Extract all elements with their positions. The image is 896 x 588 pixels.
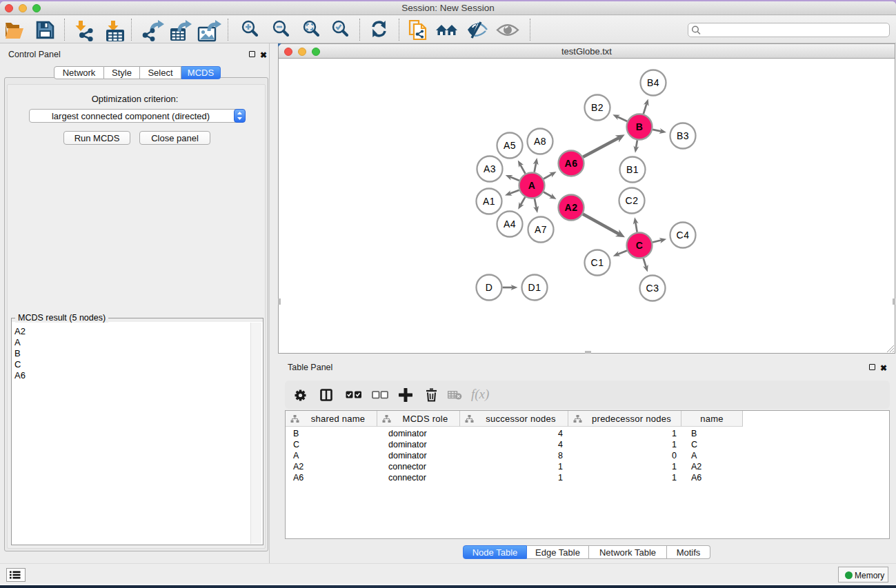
svg-text:A2: A2 — [565, 202, 578, 213]
svg-text:A4: A4 — [504, 219, 516, 230]
svg-text:A: A — [528, 180, 536, 191]
svg-text:B: B — [636, 121, 644, 132]
svg-text:D: D — [486, 282, 493, 293]
svg-text:C4: C4 — [677, 230, 690, 241]
svg-text:C: C — [636, 240, 644, 251]
svg-text:B3: B3 — [677, 130, 689, 141]
svg-text:B4: B4 — [647, 77, 659, 88]
svg-text:A8: A8 — [534, 136, 546, 147]
svg-text:A6: A6 — [565, 158, 578, 169]
svg-text:A7: A7 — [535, 224, 547, 235]
svg-text:C2: C2 — [626, 195, 639, 206]
svg-text:B1: B1 — [626, 164, 639, 175]
svg-text:C3: C3 — [646, 283, 659, 294]
svg-text:D1: D1 — [528, 282, 541, 293]
svg-text:A5: A5 — [504, 140, 516, 151]
svg-text:C1: C1 — [591, 257, 604, 268]
svg-text:B2: B2 — [591, 102, 604, 113]
svg-text:A1: A1 — [483, 196, 495, 207]
svg-text:A3: A3 — [484, 163, 496, 174]
